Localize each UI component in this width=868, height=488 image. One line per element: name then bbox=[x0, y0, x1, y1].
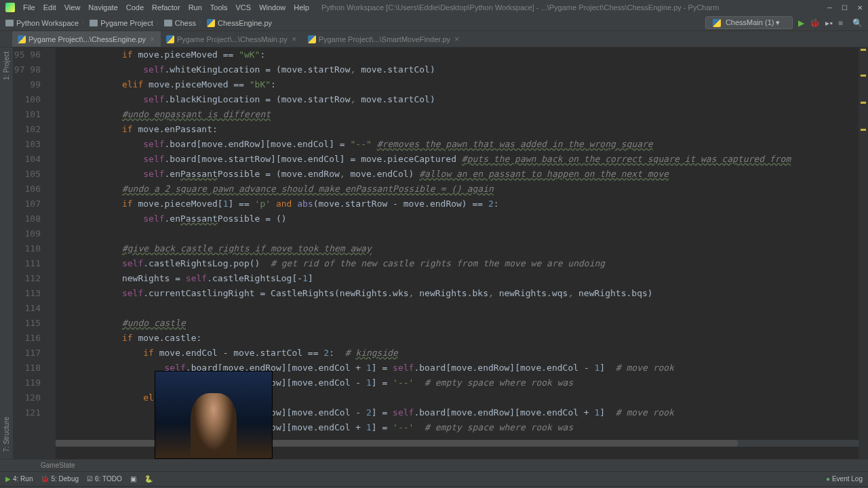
python-file-icon bbox=[308, 35, 316, 43]
python-file-icon bbox=[207, 19, 215, 27]
run-with-coverage-button[interactable]: ▸▪ bbox=[825, 18, 832, 28]
menu-run[interactable]: Run bbox=[184, 3, 206, 12]
maximize-icon[interactable]: ☐ bbox=[842, 4, 848, 12]
warning-marker[interactable] bbox=[861, 75, 866, 77]
structure-tool-button[interactable]: 7: Structure bbox=[3, 417, 10, 452]
run-config-selector[interactable]: ChessMain (1) ▾ bbox=[705, 16, 793, 29]
pycharm-icon bbox=[5, 3, 15, 12]
chevron-right-icon: 〉 bbox=[199, 19, 204, 26]
menu-view[interactable]: View bbox=[60, 3, 85, 12]
search-everywhere-icon[interactable]: 🔍 bbox=[852, 18, 863, 28]
python-file-icon bbox=[166, 35, 174, 43]
run-button[interactable]: ▶ bbox=[798, 18, 804, 28]
menu-tools[interactable]: Tools bbox=[206, 3, 232, 12]
debug-tool-button[interactable]: 🐞 5: Debug bbox=[41, 475, 79, 483]
chevron-right-icon: 〉 bbox=[81, 19, 87, 26]
run-tool-button[interactable]: ▶ 4: Run bbox=[5, 475, 33, 483]
menu-vcs[interactable]: VCS bbox=[232, 3, 256, 12]
bottom-toolbar: ▶ 4: Run 🐞 5: Debug ☑ 6: TODO ▣ 🐍 ● Even… bbox=[0, 471, 868, 486]
menu-window[interactable]: Window bbox=[255, 3, 290, 12]
folder-icon bbox=[90, 20, 98, 26]
breadcrumb-file[interactable]: ChessEngine.py bbox=[207, 19, 272, 27]
menu-code[interactable]: Code bbox=[122, 3, 148, 12]
tab-smartmovefinder[interactable]: Pygame Project\...\SmartMoveFinder.py✕ bbox=[302, 31, 465, 47]
stop-button[interactable]: ■ bbox=[838, 18, 843, 28]
python-console-button[interactable]: 🐍 bbox=[144, 475, 153, 483]
close-tab-icon[interactable]: ✕ bbox=[150, 36, 155, 43]
menu-edit[interactable]: Edit bbox=[39, 3, 60, 12]
terminal-tool-button[interactable]: ▣ bbox=[130, 475, 136, 483]
line-numbers: 95 96 97 98 99 100 101 102 103 104 105 1… bbox=[14, 47, 46, 459]
folder-icon bbox=[164, 20, 172, 26]
code-breadcrumb[interactable]: GameState bbox=[0, 459, 868, 471]
navigation-bar: Python Workspace 〉 Pygame Project 〉 Ches… bbox=[0, 15, 868, 31]
minimize-icon[interactable]: ─ bbox=[827, 4, 832, 12]
python-file-icon bbox=[18, 35, 26, 43]
warning-marker[interactable] bbox=[861, 102, 866, 104]
breadcrumb-root[interactable]: Python Workspace bbox=[5, 19, 79, 27]
breadcrumb-folder[interactable]: Chess bbox=[164, 19, 196, 27]
fold-gutter[interactable] bbox=[46, 47, 56, 459]
warning-marker[interactable] bbox=[861, 49, 866, 51]
tab-chessengine[interactable]: Pygame Project\...\ChessEngine.py✕ bbox=[12, 31, 161, 47]
todo-tool-button[interactable]: ☑ 6: TODO bbox=[87, 475, 122, 483]
close-tab-icon[interactable]: ✕ bbox=[292, 36, 297, 43]
error-stripe[interactable] bbox=[859, 47, 868, 459]
menu-refactor[interactable]: Refactor bbox=[148, 3, 184, 12]
debug-button[interactable]: 🐞 bbox=[810, 18, 820, 28]
project-tool-button[interactable]: 1: Project bbox=[3, 52, 10, 80]
menu-navigate[interactable]: Navigate bbox=[84, 3, 121, 12]
event-log-button[interactable]: ● Event Log bbox=[826, 475, 863, 483]
breadcrumb-project[interactable]: Pygame Project bbox=[90, 19, 153, 27]
webcam-overlay bbox=[155, 371, 273, 459]
tool-window-bar-left: 1: Project 7: Structure bbox=[0, 47, 14, 459]
menu-file[interactable]: File bbox=[19, 3, 39, 12]
menu-help[interactable]: Help bbox=[290, 3, 313, 12]
python-file-icon bbox=[713, 19, 721, 27]
tab-chessmain[interactable]: Pygame Project\...\ChessMain.py✕ bbox=[161, 31, 302, 47]
chevron-right-icon: 〉 bbox=[156, 19, 161, 26]
titlebar: File Edit View Navigate Code Refactor Ru… bbox=[0, 0, 868, 15]
warning-marker[interactable] bbox=[861, 129, 866, 131]
webcam-person bbox=[191, 393, 237, 458]
close-tab-icon[interactable]: ✕ bbox=[454, 36, 460, 43]
editor-tabs: Pygame Project\...\ChessEngine.py✕ Pygam… bbox=[0, 31, 868, 47]
editor: 1: Project 7: Structure 95 96 97 98 99 1… bbox=[0, 47, 868, 459]
close-icon[interactable]: ✕ bbox=[857, 4, 863, 12]
window-title: Python Workspace [C:\Users\Eddie\Desktop… bbox=[321, 3, 719, 12]
folder-icon bbox=[5, 20, 14, 26]
